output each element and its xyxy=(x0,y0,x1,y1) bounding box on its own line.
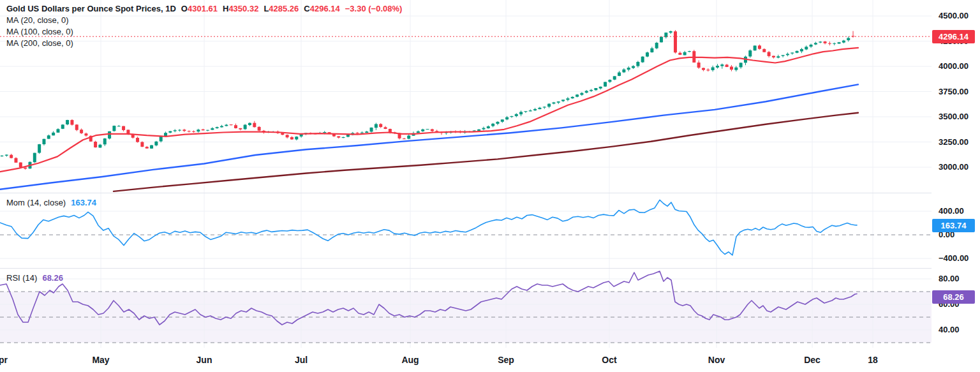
candle-body xyxy=(122,126,125,130)
candle-body xyxy=(800,49,803,52)
candle-body xyxy=(61,124,64,129)
time-axis-pane[interactable]: AprMayJunJulAugSepOctNovDec18 xyxy=(0,348,932,372)
candle-body xyxy=(407,135,410,138)
candle-body xyxy=(477,130,480,131)
candle-body xyxy=(379,124,382,127)
candle-body xyxy=(505,117,509,120)
candle-body xyxy=(838,42,841,43)
candle-body xyxy=(389,129,392,132)
candle-body xyxy=(70,120,73,124)
candle-body xyxy=(833,43,836,44)
price-axis-label: 40.00 xyxy=(939,324,960,336)
rsi-label: RSI (14) xyxy=(6,273,37,283)
candle-body xyxy=(145,147,149,148)
candle-body xyxy=(716,66,719,68)
price-axis-label: 3750.00 xyxy=(939,86,969,98)
ohlc-close-label: C xyxy=(304,4,309,13)
candle-body xyxy=(622,70,625,73)
candle-body xyxy=(641,57,644,63)
indicator-row-ma200[interactable]: MA (200, close, 0) xyxy=(6,38,402,49)
candle-body xyxy=(604,82,607,86)
candle-body xyxy=(519,112,523,114)
candle-body xyxy=(52,133,55,136)
pane-separator[interactable] xyxy=(0,193,932,193)
candle-body xyxy=(216,127,219,128)
candle-body xyxy=(24,168,27,169)
price-axis-label: 3000.00 xyxy=(939,161,969,173)
candle-body xyxy=(150,145,153,149)
candle-body xyxy=(632,66,635,68)
candle-body xyxy=(248,123,251,125)
candle-body xyxy=(772,56,775,57)
candle-body xyxy=(94,142,97,147)
candle-body xyxy=(796,51,799,53)
candle-body xyxy=(730,66,733,70)
time-axis-label: Dec xyxy=(804,355,820,365)
rsi-pane[interactable]: RSI (14)68.26 xyxy=(0,268,932,348)
time-axis-label: Apr xyxy=(0,355,8,365)
candle-body xyxy=(725,64,729,67)
candle-body xyxy=(561,100,565,101)
momentum-pane[interactable]: Mom (14, close)163.74 xyxy=(0,193,932,268)
momentum-label: Mom (14, close) xyxy=(6,198,66,207)
ma200-line xyxy=(114,113,858,191)
ma100-line xyxy=(0,84,858,189)
symbol-legend-row[interactable]: Gold US Dollars per Ounce Spot Prices, 1… xyxy=(6,3,402,15)
candle-body xyxy=(103,138,107,144)
momentum-canvas xyxy=(0,193,932,268)
candle-body xyxy=(56,129,59,132)
candle-body xyxy=(403,138,406,139)
candle-body xyxy=(533,109,537,110)
candle-body xyxy=(206,130,209,131)
ohlc-open-value: 4301.61 xyxy=(188,4,218,13)
candle-body xyxy=(482,128,485,130)
candle-body xyxy=(814,43,817,44)
candle-body xyxy=(160,137,163,142)
candle-body xyxy=(356,133,359,133)
candle-body xyxy=(706,70,709,70)
momentum-value-badge: 163.74 xyxy=(932,219,975,232)
candle-body xyxy=(776,56,780,57)
candle-body xyxy=(678,53,681,55)
candle-body xyxy=(786,54,789,55)
momentum-legend-row[interactable]: Mom (14, close)163.74 xyxy=(6,198,96,207)
candle-body xyxy=(98,145,101,148)
candle-body xyxy=(239,128,242,130)
candle-body xyxy=(1,156,4,156)
rsi-value-badge: 68.26 xyxy=(932,290,975,304)
candle-body xyxy=(585,91,588,93)
price-axis-label: 3250.00 xyxy=(939,137,969,148)
candle-body xyxy=(674,31,677,52)
ohlc-close-value: 4296.14 xyxy=(310,4,340,13)
candle-body xyxy=(211,128,214,130)
time-axis-label: Jun xyxy=(197,355,212,365)
price-chart-pane[interactable]: Gold US Dollars per Ounce Spot Prices, 1… xyxy=(0,0,932,193)
candle-body xyxy=(360,133,364,133)
rsi-legend-row[interactable]: RSI (14)68.26 xyxy=(6,273,63,283)
candle-body xyxy=(5,154,8,155)
trading-chart-root: Gold US Dollars per Ounce Spot Prices, 1… xyxy=(0,0,980,372)
indicator-row-ma20[interactable]: MA (20, close, 0) xyxy=(6,15,402,26)
pane-separator[interactable] xyxy=(0,268,932,269)
time-axis-label: Oct xyxy=(602,355,616,365)
candle-body xyxy=(594,88,597,90)
candle-body xyxy=(491,124,494,126)
indicator-row-ma100[interactable]: MA (100, close, 0) xyxy=(6,26,402,38)
candle-body xyxy=(636,62,639,66)
candle-body xyxy=(575,94,579,96)
candle-body xyxy=(557,101,560,103)
candles-layer xyxy=(1,30,855,170)
candle-body xyxy=(613,76,616,79)
candle-body xyxy=(782,55,785,56)
candle-body xyxy=(84,133,87,135)
candle-body xyxy=(117,126,121,126)
price-axis-pane[interactable]: 4500.004250.004000.003750.003500.003250.… xyxy=(932,0,980,372)
candle-body xyxy=(80,130,83,133)
candle-body xyxy=(688,51,691,52)
candle-body xyxy=(791,52,794,53)
candle-body xyxy=(140,142,144,147)
candle-body xyxy=(571,97,574,98)
candle-body xyxy=(421,130,424,131)
candle-body xyxy=(10,155,13,158)
candle-body xyxy=(646,52,649,56)
